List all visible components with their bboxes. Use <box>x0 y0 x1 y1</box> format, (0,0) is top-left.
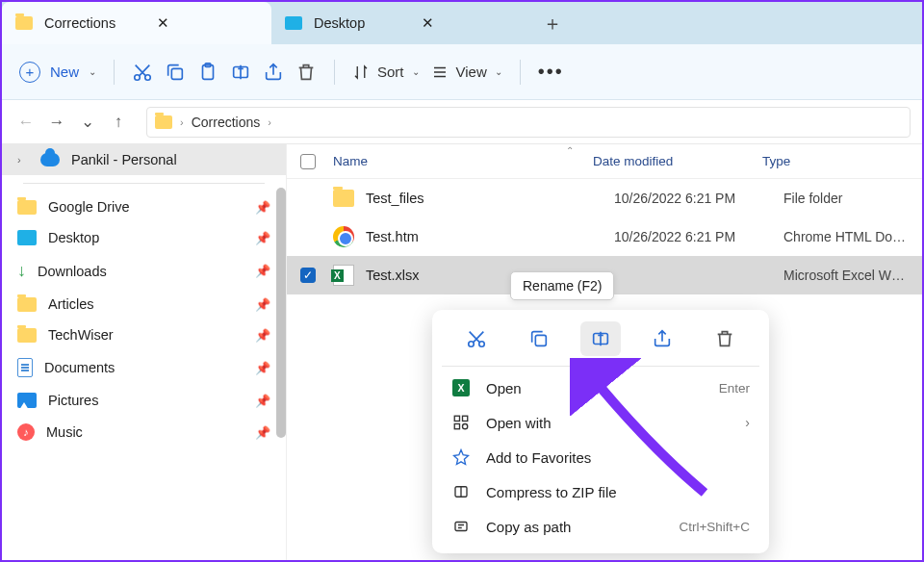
open-with-icon <box>451 414 471 431</box>
ctx-open-with[interactable]: Open with › <box>432 405 769 440</box>
ctx-delete-button[interactable] <box>705 321 745 356</box>
delete-button[interactable] <box>295 62 317 83</box>
ctx-share-button[interactable] <box>642 321 682 356</box>
up-button[interactable]: ↑ <box>106 113 131 132</box>
tab-label: Desktop <box>314 15 410 31</box>
tab-corrections[interactable]: Corrections ✕ <box>2 2 271 44</box>
plus-circle-icon: + <box>19 62 40 83</box>
sidebar-item-techwiser[interactable]: TechWiser📌 <box>2 319 286 350</box>
sort-label: Sort <box>377 64 404 80</box>
ctx-compress[interactable]: Compress to ZIP file <box>432 474 769 509</box>
checkbox-checked[interactable]: ✓ <box>300 268 316 283</box>
view-icon <box>431 64 449 81</box>
svg-rect-8 <box>535 335 546 345</box>
svg-rect-2 <box>171 68 182 79</box>
svg-point-0 <box>135 74 141 80</box>
tab-label: Corrections <box>44 15 145 31</box>
ctx-copy-button[interactable] <box>519 321 559 356</box>
cut-button[interactable] <box>132 62 153 83</box>
sidebar-item-desktop[interactable]: Desktop📌 <box>2 222 286 253</box>
pin-icon: 📌 <box>255 425 270 440</box>
select-all-checkbox[interactable] <box>300 154 316 169</box>
ctx-copy-path[interactable]: Copy as path Ctrl+Shift+C <box>432 509 769 544</box>
sidebar-item-pictures[interactable]: Pictures📌 <box>2 385 286 416</box>
file-date: 10/26/2022 6:21 PM <box>614 229 783 244</box>
sort-button[interactable]: Sort ⌄ <box>352 64 420 81</box>
more-button[interactable]: ••• <box>538 61 564 83</box>
sidebar-item-label: Pictures <box>48 393 98 408</box>
ctx-shortcut: Enter <box>719 381 750 396</box>
separator <box>520 60 521 85</box>
sidebar-item-music[interactable]: ♪Music📌 <box>2 416 286 448</box>
file-row[interactable]: Test.htm 10/26/2022 6:21 PM Chrome HTML … <box>287 217 922 256</box>
sidebar-item-label: Music <box>46 424 83 440</box>
chevron-right-icon: › <box>268 116 271 128</box>
tab-bar: Corrections ✕ Desktop ✕ ＋ <box>2 2 922 44</box>
view-button[interactable]: View ⌄ <box>431 64 502 81</box>
chrome-icon <box>333 226 354 247</box>
sidebar-item-label: Desktop <box>48 230 99 245</box>
chevron-down-icon: ⌄ <box>412 66 420 77</box>
svg-point-7 <box>479 342 485 347</box>
file-name: Test_files <box>366 191 614 206</box>
sidebar-item-downloads[interactable]: ↓Downloads📌 <box>2 253 286 289</box>
breadcrumb-segment[interactable]: Corrections <box>192 115 261 130</box>
context-menu: X Open Enter Open with › Add to Favorite… <box>432 310 769 553</box>
recent-button[interactable]: ⌄ <box>75 112 100 132</box>
pin-icon: 📌 <box>255 231 270 245</box>
svg-rect-14 <box>454 424 459 429</box>
chevron-right-icon: › <box>745 415 750 430</box>
star-icon <box>451 448 471 466</box>
ctx-label: Open with <box>486 415 552 431</box>
file-type: Chrome HTML Do… <box>783 229 909 244</box>
folder-icon <box>17 328 37 343</box>
rename-button[interactable] <box>230 62 251 83</box>
sidebar-item-google-drive[interactable]: Google Drive📌 <box>2 192 286 222</box>
excel-icon <box>333 265 354 286</box>
column-header-name[interactable]: Name⌃ <box>333 154 593 168</box>
pin-icon: 📌 <box>255 297 270 312</box>
excel-icon: X <box>451 379 471 396</box>
ctx-label: Copy as path <box>486 519 571 535</box>
pictures-icon <box>17 393 37 408</box>
close-icon[interactable]: ✕ <box>157 15 258 31</box>
desktop-icon <box>17 230 37 245</box>
separator <box>23 183 265 184</box>
add-tab-button[interactable]: ＋ <box>537 8 568 38</box>
file-type: Microsoft Excel W… <box>783 268 909 283</box>
chevron-right-icon: › <box>180 116 184 128</box>
account-label: Pankil - Personal <box>71 152 177 167</box>
sidebar-item-documents[interactable]: Documents📌 <box>2 350 286 385</box>
new-button[interactable]: + New ⌄ <box>19 62 96 83</box>
pin-icon: 📌 <box>255 394 270 408</box>
forward-button[interactable]: → <box>44 113 69 132</box>
music-icon: ♪ <box>17 423 35 441</box>
chevron-down-icon: ⌄ <box>89 66 96 77</box>
ctx-rename-button[interactable] <box>580 321 621 356</box>
scrollbar-thumb[interactable] <box>276 188 286 438</box>
breadcrumb[interactable]: › Corrections › <box>146 107 911 138</box>
back-button[interactable]: ← <box>13 113 38 132</box>
sort-indicator-icon: ⌃ <box>566 145 574 156</box>
sidebar-account[interactable]: › Pankil - Personal <box>2 144 286 175</box>
zip-icon <box>451 483 471 500</box>
column-header-date[interactable]: Date modified <box>593 154 762 168</box>
onedrive-icon <box>40 153 60 166</box>
ctx-open[interactable]: X Open Enter <box>432 370 769 405</box>
paste-button[interactable] <box>197 62 218 83</box>
column-header-type[interactable]: Type <box>762 154 909 168</box>
ctx-favorites[interactable]: Add to Favorites <box>432 440 769 474</box>
sidebar-item-articles[interactable]: Articles📌 <box>2 289 286 319</box>
pin-icon: 📌 <box>255 200 270 215</box>
ctx-cut-button[interactable] <box>456 321 497 356</box>
separator <box>334 60 335 85</box>
close-icon[interactable]: ✕ <box>422 15 518 31</box>
svg-rect-12 <box>454 416 459 421</box>
pin-icon: 📌 <box>255 328 270 343</box>
svg-text:X: X <box>457 382 464 394</box>
copy-button[interactable] <box>165 62 186 83</box>
share-button[interactable] <box>263 62 284 83</box>
file-row[interactable]: Test_files 10/26/2022 6:21 PM File folde… <box>287 179 922 217</box>
svg-point-15 <box>463 424 468 429</box>
tab-desktop[interactable]: Desktop ✕ <box>271 2 531 44</box>
